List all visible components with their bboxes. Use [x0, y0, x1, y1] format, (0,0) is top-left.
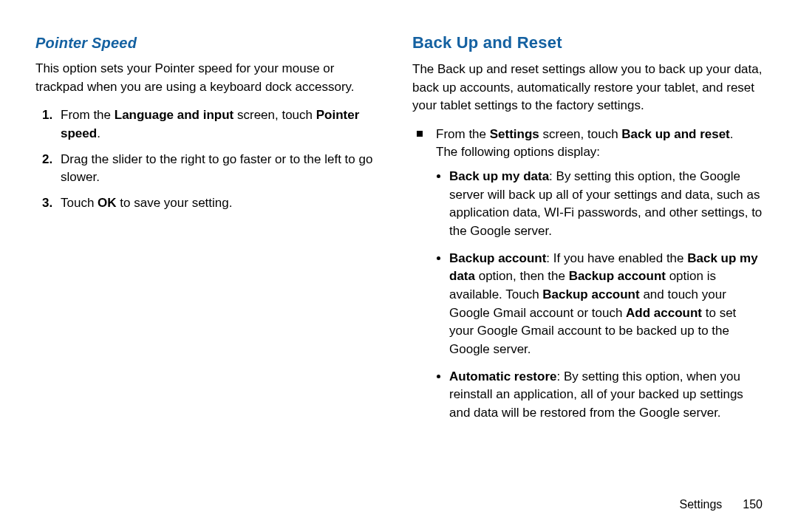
step1-bold-1: Language and input	[115, 108, 234, 122]
backup-options-list: Back up my data: By setting this option,…	[436, 168, 763, 422]
right-column: Back Up and Reset The Back up and reset …	[399, 30, 768, 510]
line1-text-a: From the	[436, 127, 490, 141]
left-column: Pointer Speed This option sets your Poin…	[30, 30, 399, 510]
option-backup-account: Backup account: If you have enabled the …	[449, 250, 763, 359]
backup-line-1: From the Settings screen, touch Back up …	[436, 126, 763, 144]
b1-bold: Back up my data	[449, 169, 549, 183]
manual-page: Pointer Speed This option sets your Poin…	[0, 0, 798, 532]
pointer-speed-steps: From the Language and input screen, touc…	[35, 106, 386, 212]
step3-bold: OK	[98, 196, 117, 210]
page-footer: Settings150	[679, 498, 763, 511]
backup-reset-item: From the Settings screen, touch Back up …	[430, 126, 763, 423]
step1-text-c: .	[97, 126, 100, 140]
option-backup-my-data: Back up my data: By setting this option,…	[449, 168, 763, 241]
b2-bold-3: Backup account	[569, 269, 666, 283]
step-2: Drag the slider to the right to go faste…	[56, 151, 386, 187]
line1-bold-2: Back up and reset	[621, 127, 729, 141]
step3-text-a: Touch	[61, 196, 98, 210]
step-3: Touch OK to save your setting.	[56, 194, 386, 213]
pointer-speed-heading: Pointer Speed	[35, 33, 386, 54]
footer-section: Settings	[679, 498, 722, 511]
option-automatic-restore: Automatic restore: By setting this optio…	[449, 368, 763, 423]
step3-text-b: to save your setting.	[117, 196, 233, 210]
b2-t2: option, then the	[475, 269, 569, 283]
line1-text-c: .	[730, 127, 734, 141]
b2-bold-4: Backup account	[542, 287, 639, 301]
backup-line-2: The following options display:	[436, 143, 763, 162]
step1-text-b: screen, touch	[233, 108, 316, 122]
b2-bold-5: Add account	[626, 306, 702, 320]
line1-bold-1: Settings	[490, 127, 539, 141]
backup-reset-intro: The Back up and reset settings allow you…	[412, 61, 763, 115]
pointer-speed-intro: This option sets your Pointer speed for …	[35, 60, 386, 96]
backup-reset-heading: Back Up and Reset	[412, 31, 763, 55]
b2-t1: : If you have enabled the	[546, 251, 687, 265]
step1-text-a: From the	[61, 108, 115, 122]
b2-bold-1: Backup account	[449, 251, 546, 265]
backup-reset-main-list: From the Settings screen, touch Back up …	[412, 126, 763, 423]
footer-page-number: 150	[743, 498, 763, 511]
line1-text-b: screen, touch	[539, 127, 622, 141]
step-1: From the Language and input screen, touc…	[56, 106, 386, 143]
b3-bold: Automatic restore	[449, 369, 556, 383]
